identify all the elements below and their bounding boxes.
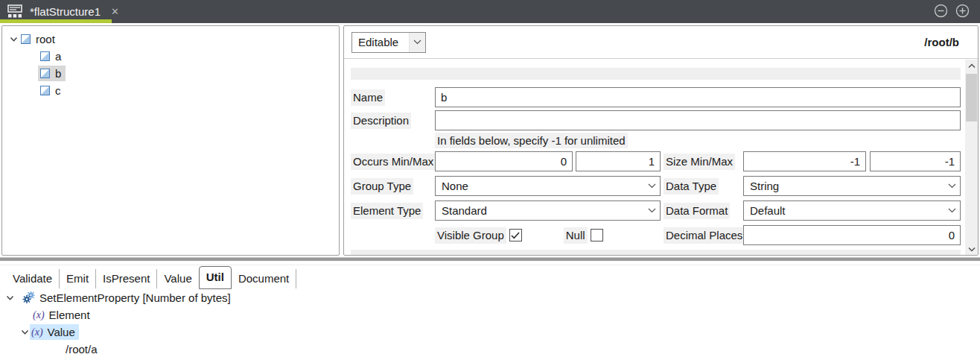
name-input[interactable] [435,87,961,107]
element-icon [40,86,50,95]
tab-document[interactable]: Document [232,269,296,288]
decimal-places-label: Decimal Places [664,227,745,244]
group-type-value: None [442,180,468,192]
description-input[interactable] [435,110,961,130]
splitter-shadow [0,265,980,265]
tab-validate[interactable]: Validate [6,269,60,288]
element-icon [40,51,50,61]
null-label: Null [564,227,588,244]
group-type-label: Group Type [351,178,413,195]
description-label: Description [351,113,411,129]
scroll-up-icon[interactable] [965,60,978,72]
name-label: Name [351,89,385,106]
chevron-down-icon [409,33,425,52]
size-max-input[interactable] [870,151,961,171]
chevron-down-icon[interactable] [4,295,15,301]
structure-editor-window: *flatStructure1 ✕ [0,0,980,360]
group-type-select[interactable]: None [435,176,661,196]
close-tab-icon[interactable]: ✕ [111,6,119,17]
decimal-places-input[interactable] [743,225,961,245]
edit-mode-select[interactable]: Editable [351,32,426,53]
form-separator [351,68,961,80]
tab-util[interactable]: Util [199,266,232,289]
visible-group-label: Visible Group [435,227,506,244]
value-path-text: /root/a [66,343,98,356]
visible-group-checkbox[interactable] [509,229,522,241]
rule-tabs: Validate Emit IsPresent Value Util Docum… [6,267,296,288]
data-format-select[interactable]: Default [743,200,961,221]
titlebar: *flatStructure1 ✕ [0,0,980,23]
chevron-down-icon [643,177,660,195]
properties-header: Editable /root/b [344,26,978,59]
expand-all-button[interactable] [955,4,970,18]
tab-value[interactable]: Value [157,269,198,288]
param-label: Element [49,309,90,321]
structure-grid-icon [7,4,22,19]
tree-row-a[interactable]: a [2,48,339,65]
occurs-minmax-label: Occurs Min/Max [351,154,436,170]
tree-row-root[interactable]: root [2,31,339,48]
data-format-value: Default [750,204,786,217]
tab-emit[interactable]: Emit [60,269,96,288]
chevron-down-icon [944,177,960,195]
function-label: SetElementProperty [Number of bytes] [39,291,231,304]
size-min-input[interactable] [743,151,866,171]
occurs-max-input[interactable] [576,151,661,171]
chevron-down-icon[interactable] [19,329,30,335]
element-path: /root/b [924,36,959,48]
chevron-down-icon [643,201,660,220]
tree-node-label: c [55,84,61,97]
form-separator [351,250,961,256]
gears-icon [22,291,35,304]
unlimited-hint-text: In fields below, specify -1 for unlimite… [435,133,628,148]
value-content-row[interactable]: /root/a [0,341,980,358]
util-rule-tree: SetElementProperty [Number of bytes] (x)… [0,289,980,358]
data-type-value: String [750,180,779,192]
data-type-select[interactable]: String [743,176,961,196]
param-row-element[interactable]: (x) Element [0,306,980,323]
element-properties-panel: Editable /root/b Name Description In fie… [343,25,979,256]
function-x-icon: (x) [33,309,45,321]
chevron-down-icon [944,201,960,220]
chevron-down-icon[interactable] [8,37,19,42]
edit-mode-value: Editable [358,36,398,48]
tree-row-c[interactable]: c [2,82,339,99]
vertical-scrollbar[interactable] [965,60,978,256]
occurs-min-input[interactable] [435,151,573,171]
horizontal-splitter[interactable] [0,257,980,261]
function-x-icon: (x) [31,326,43,338]
param-label: Value [48,326,75,338]
scroll-down-icon[interactable] [965,243,978,256]
null-checkbox[interactable] [591,229,603,241]
function-row[interactable]: SetElementProperty [Number of bytes] [0,289,980,306]
data-type-label: Data Type [664,178,719,195]
tree-node-label: a [55,50,61,63]
element-icon [40,69,50,78]
document-tab-title[interactable]: *flatStructure1 [30,5,101,18]
structure-tree-panel: root a [1,25,340,256]
tab-ispresent[interactable]: IsPresent [96,269,157,288]
element-type-label: Element Type [351,203,423,219]
param-row-value[interactable]: (x) Value [0,323,980,341]
tree-node-label: b [55,67,61,80]
tree-node-label: root [36,33,55,45]
properties-form: Name Description In fields below, specif… [344,59,967,256]
active-tab-underline [0,19,112,23]
data-format-label: Data Format [664,203,730,219]
element-icon [21,34,31,44]
element-type-select[interactable]: Standard [435,200,661,221]
size-minmax-label: Size Min/Max [664,154,735,170]
tree-row-b[interactable]: b [2,65,339,82]
collapse-all-button[interactable] [934,4,948,18]
element-type-value: Standard [442,204,487,217]
scrollbar-thumb[interactable] [966,74,977,121]
